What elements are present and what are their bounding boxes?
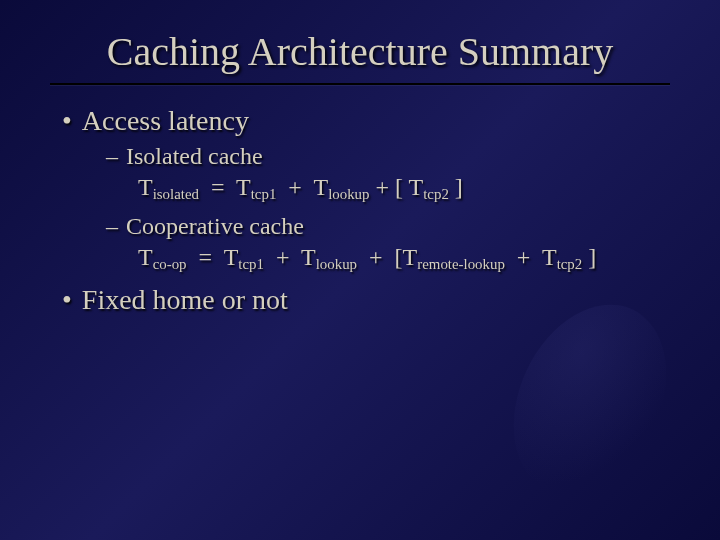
- sub-tcp1: tcp1: [251, 186, 277, 202]
- slide-title: Caching Architecture Summary: [0, 0, 720, 83]
- bracket-close: ]: [582, 244, 596, 270]
- bullet-access-latency: •Access latency: [62, 105, 670, 137]
- term-T: T: [542, 244, 557, 270]
- term-T: T: [301, 244, 316, 270]
- bullet-dot-icon: •: [62, 284, 72, 315]
- slide-body: •Access latency –Isolated cache Tisolate…: [0, 105, 720, 316]
- sub-isolated: isolated: [153, 186, 199, 202]
- op-eq: =: [199, 174, 236, 200]
- formula-coop: Tco-op = Ttcp1 + Tlookup + [Tremote-look…: [138, 244, 670, 273]
- term-T: T: [403, 244, 418, 270]
- subbullet-text: Cooperative cache: [126, 213, 304, 239]
- term-T: T: [138, 244, 153, 270]
- subbullet-isolated: –Isolated cache: [106, 143, 670, 170]
- subbullet-cooperative: –Cooperative cache: [106, 213, 670, 240]
- dash-icon: –: [106, 213, 118, 239]
- bullet-fixed-home: •Fixed home or not: [62, 284, 670, 316]
- formula-isolated: Tisolated = Ttcp1 + Tlookup + [ Ttcp2 ]: [138, 174, 670, 203]
- op-plus-bracket: + [: [357, 244, 403, 270]
- term-T: T: [313, 174, 328, 200]
- title-underline: [50, 83, 670, 85]
- sub-lookup: lookup: [328, 186, 369, 202]
- sub-coop: co-op: [153, 257, 187, 273]
- term-T: T: [236, 174, 251, 200]
- sub-tcp2: tcp2: [557, 257, 583, 273]
- op-plus: +: [264, 244, 301, 270]
- bullet-dot-icon: •: [62, 105, 72, 136]
- subbullet-text: Isolated cache: [126, 143, 263, 169]
- sub-tcp1: tcp1: [238, 257, 264, 273]
- dash-icon: –: [106, 143, 118, 169]
- op-plus-bracket: + [: [369, 174, 408, 200]
- bracket-close: ]: [449, 174, 463, 200]
- op-plus: +: [276, 174, 313, 200]
- sub-lookup: lookup: [316, 257, 357, 273]
- term-T: T: [409, 174, 424, 200]
- sub-tcp2: tcp2: [423, 186, 449, 202]
- term-T: T: [224, 244, 239, 270]
- term-T: T: [138, 174, 153, 200]
- op-plus: +: [505, 244, 542, 270]
- op-eq: =: [187, 244, 224, 270]
- sub-remote-lookup: remote-lookup: [417, 257, 505, 273]
- bullet-text: Access latency: [82, 105, 249, 136]
- bullet-text: Fixed home or not: [82, 284, 288, 315]
